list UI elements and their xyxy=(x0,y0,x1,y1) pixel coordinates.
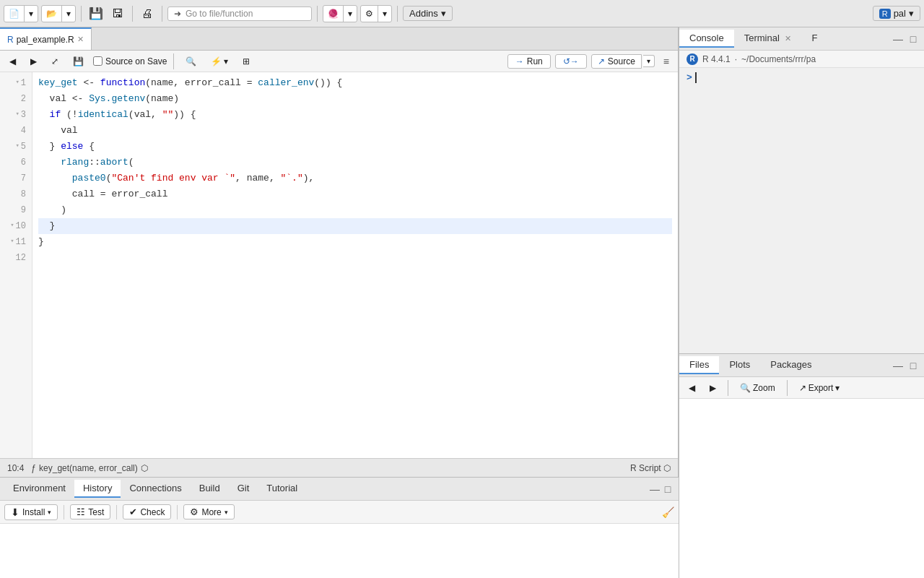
format-button[interactable]: ⊞ xyxy=(237,54,255,69)
save-button[interactable]: 💾 xyxy=(87,4,105,23)
test-label: Test xyxy=(88,507,104,517)
tab-terminal[interactable]: Terminal ✕ xyxy=(734,30,802,48)
cursor-position: 10:4 xyxy=(7,463,24,473)
terminal-close-icon[interactable]: ✕ xyxy=(785,34,791,43)
addins-button[interactable]: Addins ▾ xyxy=(403,6,453,21)
code-area: ▾1 2 ▾3 4 ▾5 6 7 8 9 ▾10 ▾11 12 key_get … xyxy=(0,72,678,458)
source-button[interactable]: ↗ Source xyxy=(591,54,642,69)
tab-plots[interactable]: Plots xyxy=(719,356,760,374)
tab-f[interactable]: F xyxy=(801,30,827,48)
code-line-1: key_get <- function(name, error_call = c… xyxy=(38,75,672,91)
new-file-group[interactable]: 📄 ▾ xyxy=(4,5,38,22)
tab-history[interactable]: History xyxy=(74,480,121,498)
bottom-minimize-button[interactable]: — xyxy=(648,483,661,496)
btm-sep2 xyxy=(116,505,117,519)
source-on-save-checkbox[interactable] xyxy=(93,56,103,66)
back-icon: ◀ xyxy=(9,56,16,66)
script-type-selector[interactable]: R Script ⬡ xyxy=(630,463,671,473)
export-label: Export xyxy=(808,383,834,393)
install-button[interactable]: ⬇ Install ▾ xyxy=(4,504,58,520)
files-section: Files Plots Packages — □ ◀ ▶ 🔍 Zoom xyxy=(679,354,924,578)
new-file-button[interactable]: 📄 xyxy=(4,7,24,20)
tab-environment[interactable]: Environment xyxy=(4,480,74,498)
new-file-dropdown[interactable]: ▾ xyxy=(25,7,38,20)
console-minimize-button[interactable]: — xyxy=(892,33,905,46)
install-label: Install xyxy=(22,507,45,517)
tab-packages[interactable]: Packages xyxy=(760,356,821,374)
tab-close-button[interactable]: ✕ xyxy=(77,35,84,44)
source-on-save-label[interactable]: Source on Save xyxy=(93,56,167,66)
forward-button[interactable]: ▶ xyxy=(25,54,42,69)
go-to-input[interactable]: ➜ Go to file/function xyxy=(167,7,312,21)
forward-icon: ▶ xyxy=(30,56,37,66)
more-dropdown-icon: ▾ xyxy=(225,509,228,516)
pal-label: pal xyxy=(894,8,906,19)
new-file-icon: 📄 xyxy=(9,9,19,19)
rerun-button[interactable]: ↺→ xyxy=(555,54,587,69)
zoom-button[interactable]: 🔍 Zoom xyxy=(735,381,780,395)
save-all-button[interactable]: 🖫 xyxy=(108,4,127,23)
tab-connections[interactable]: Connections xyxy=(121,480,190,498)
show-in-window-button[interactable]: ⤢ xyxy=(46,54,64,69)
chunk-button[interactable]: ⚙ xyxy=(361,7,378,20)
files-maximize-button[interactable]: □ xyxy=(907,359,920,372)
chunk-group[interactable]: ⚙ ▾ xyxy=(360,5,392,22)
tab-git[interactable]: Git xyxy=(229,480,258,498)
tab-pal-example[interactable]: R pal_example.R ✕ xyxy=(0,27,92,50)
sep3 xyxy=(162,6,162,22)
save-editor-button[interactable]: 💾 xyxy=(68,54,89,69)
source-dropdown-button[interactable]: ▾ xyxy=(643,55,655,67)
bottom-maximize-button[interactable]: □ xyxy=(661,483,674,496)
chunk-dropdown[interactable]: ▾ xyxy=(378,7,391,20)
files-back-button[interactable]: ◀ xyxy=(684,381,700,395)
search-button[interactable]: 🔍 xyxy=(180,54,201,69)
open-dropdown[interactable]: ▾ xyxy=(62,7,75,20)
tab-console[interactable]: Console xyxy=(679,30,734,48)
sep4 xyxy=(317,6,318,22)
source-group: ↗ Source ▾ xyxy=(591,54,655,69)
check-button[interactable]: ✔ Check xyxy=(123,504,171,519)
back-button[interactable]: ◀ xyxy=(4,54,21,69)
prompt-line: > xyxy=(687,72,917,83)
code-line-10: } xyxy=(38,218,672,234)
code-content[interactable]: key_get <- function(name, error_call = c… xyxy=(32,72,678,458)
files-forward-button[interactable]: ▶ xyxy=(705,381,721,395)
editor-menu-button[interactable]: ≡ xyxy=(659,54,674,69)
open-file-group[interactable]: 📂 ▾ xyxy=(41,5,76,22)
cursor xyxy=(695,72,697,83)
knit-button[interactable]: 🧶 xyxy=(323,7,343,20)
print-button[interactable]: 🖨 xyxy=(138,4,157,23)
test-button[interactable]: ☷ Test xyxy=(70,504,110,519)
files-sep xyxy=(728,380,728,396)
knit-group[interactable]: 🧶 ▾ xyxy=(323,5,357,22)
code-line-11: } xyxy=(38,234,672,250)
pal-button[interactable]: R pal ▾ xyxy=(873,6,920,21)
knit-icon: 🧶 xyxy=(328,9,339,19)
function-indicator[interactable]: ƒ key_get(name, error_call) ⬡ xyxy=(31,463,147,473)
more-button[interactable]: ⚙ More ▾ xyxy=(183,504,234,519)
tab-tutorial[interactable]: Tutorial xyxy=(258,480,306,498)
ln-4: 4 xyxy=(4,123,26,139)
code-line-3: if (!identical(val, "")) { xyxy=(38,107,672,123)
ln-9: 9 xyxy=(4,202,26,218)
broom-button[interactable]: 🧹 xyxy=(662,506,674,518)
run-button[interactable]: → Run xyxy=(507,54,551,69)
console-body[interactable]: > xyxy=(679,68,924,353)
lint-button[interactable]: ⚡ ▾ xyxy=(206,54,233,69)
more-icon: ⚙ xyxy=(190,506,199,517)
code-line-2: val <- Sys.getenv(name) xyxy=(38,91,672,107)
console-maximize-button[interactable]: □ xyxy=(907,33,920,46)
right-panel: Console Terminal ✕ F — □ R R 4.4.1 · ~/D… xyxy=(679,27,924,578)
zoom-label: Zoom xyxy=(753,383,775,393)
ln-1: ▾1 xyxy=(4,75,26,91)
export-button[interactable]: ↗ Export ▾ xyxy=(794,381,845,395)
run-label: Run xyxy=(527,56,543,66)
more-label: More xyxy=(201,507,221,517)
files-minimize-button[interactable]: — xyxy=(892,359,905,372)
open-file-button[interactable]: 📂 xyxy=(42,7,61,20)
tab-files[interactable]: Files xyxy=(679,356,719,374)
tab-build[interactable]: Build xyxy=(191,480,229,498)
knit-dropdown[interactable]: ▾ xyxy=(344,7,357,20)
chunk-icon: ⚙ xyxy=(365,9,373,19)
code-line-12 xyxy=(38,250,672,266)
